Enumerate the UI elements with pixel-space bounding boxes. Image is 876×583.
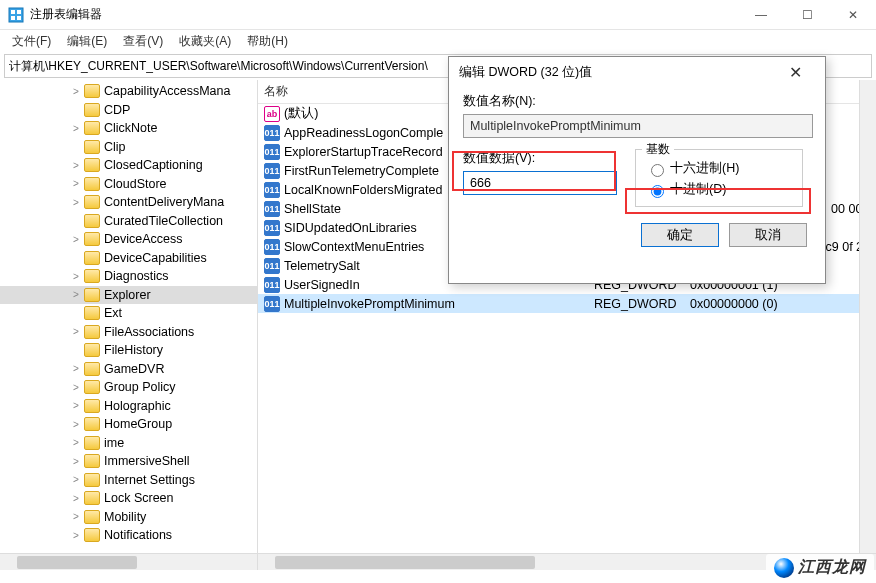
tree-item[interactable]: >GameDVR [0,360,257,379]
expander-icon[interactable]: > [70,289,82,300]
radix-hex-radio[interactable] [651,164,664,177]
expander-icon[interactable]: > [70,493,82,504]
folder-icon [84,269,100,283]
expander-icon[interactable]: > [70,530,82,541]
tree-item[interactable]: >FileAssociations [0,323,257,342]
menu-view[interactable]: 查看(V) [115,31,171,52]
folder-icon [84,306,100,320]
expander-icon[interactable]: > [70,400,82,411]
tree-item[interactable]: DeviceCapabilities [0,249,257,268]
dword-value-icon: 011 [264,239,280,255]
folder-icon [84,436,100,450]
tree-scrollbar-h[interactable] [0,553,257,570]
expander-icon[interactable]: > [70,160,82,171]
tree-item-label: HomeGroup [104,417,172,431]
tree-panel[interactable]: >CapabilityAccessManaCDP>ClickNoteClip>C… [0,80,258,570]
svg-rect-3 [11,16,15,20]
expander-icon[interactable]: > [70,382,82,393]
tree-item[interactable]: >HomeGroup [0,415,257,434]
svg-rect-4 [17,16,21,20]
tree-item-label: FileHistory [104,343,163,357]
watermark: 江西龙网 [766,554,874,581]
folder-icon [84,343,100,357]
folder-icon [84,454,100,468]
dword-value-icon: 011 [264,220,280,236]
tree-item[interactable]: >Group Policy [0,378,257,397]
maximize-button[interactable]: ☐ [784,0,830,30]
value-name-field[interactable] [463,114,813,138]
tree-item[interactable]: >Notifications [0,526,257,545]
close-button[interactable]: ✕ [830,0,876,30]
expander-icon[interactable]: > [70,363,82,374]
folder-icon [84,195,100,209]
folder-icon [84,473,100,487]
expander-icon[interactable]: > [70,511,82,522]
tree-item[interactable]: CuratedTileCollection [0,212,257,231]
radix-hex-option[interactable]: 十六进制(H) [646,160,792,177]
expander-icon[interactable]: > [70,456,82,467]
expander-icon[interactable]: > [70,419,82,430]
tree-item-label: Lock Screen [104,491,173,505]
tree-item[interactable]: >ContentDeliveryMana [0,193,257,212]
list-scrollbar-v[interactable] [859,80,876,553]
expander-icon[interactable]: > [70,474,82,485]
tree-item[interactable]: Clip [0,138,257,157]
folder-icon [84,362,100,376]
expander-icon[interactable]: > [70,86,82,97]
expander-icon[interactable]: > [70,326,82,337]
menu-favorites[interactable]: 收藏夹(A) [171,31,239,52]
menu-help[interactable]: 帮助(H) [239,31,296,52]
cell-name: MultipleInvokePromptMinimum [284,297,594,311]
folder-icon [84,158,100,172]
folder-icon [84,140,100,154]
titlebar: 注册表编辑器 — ☐ ✕ [0,0,876,30]
col-name-header[interactable]: 名称 [264,83,288,100]
expander-icon[interactable]: > [70,178,82,189]
dword-value-icon: 011 [264,163,280,179]
tree-item-label: CapabilityAccessMana [104,84,230,98]
dialog-close-button[interactable]: ✕ [775,63,815,82]
expander-icon[interactable]: > [70,271,82,282]
radix-dec-radio[interactable] [651,185,664,198]
tree-item[interactable]: >ime [0,434,257,453]
tree-item[interactable]: >Explorer [0,286,257,305]
list-row[interactable]: 011MultipleInvokePromptMinimumREG_DWORD0… [258,294,876,313]
radix-dec-option[interactable]: 十进制(D) [646,181,792,198]
tree-item[interactable]: >Holographic [0,397,257,416]
tree-item[interactable]: >ClosedCaptioning [0,156,257,175]
expander-icon[interactable]: > [70,437,82,448]
folder-icon [84,103,100,117]
tree-item[interactable]: CDP [0,101,257,120]
expander-icon[interactable]: > [70,197,82,208]
value-name-label: 数值名称(N): [463,93,811,110]
tree-item[interactable]: Ext [0,304,257,323]
expander-icon[interactable]: > [70,234,82,245]
dialog-titlebar: 编辑 DWORD (32 位)值 ✕ [449,57,825,87]
address-text: 计算机\HKEY_CURRENT_USER\Software\Microsoft… [9,58,428,75]
tree-item[interactable]: >DeviceAccess [0,230,257,249]
tree-item[interactable]: >ImmersiveShell [0,452,257,471]
tree-item-label: Notifications [104,528,172,542]
minimize-button[interactable]: — [738,0,784,30]
tree-item[interactable]: >Internet Settings [0,471,257,490]
tree-item[interactable]: >Mobility [0,508,257,527]
tree-item[interactable]: >ClickNote [0,119,257,138]
tree-item[interactable]: >CloudStore [0,175,257,194]
tree-item[interactable]: FileHistory [0,341,257,360]
tree-item[interactable]: >Lock Screen [0,489,257,508]
tree-item-label: FileAssociations [104,325,194,339]
menubar: 文件(F) 编辑(E) 查看(V) 收藏夹(A) 帮助(H) [0,30,876,52]
cancel-button[interactable]: 取消 [729,223,807,247]
tree-item-label: CuratedTileCollection [104,214,223,228]
ok-button[interactable]: 确定 [641,223,719,247]
folder-icon [84,491,100,505]
menu-file[interactable]: 文件(F) [4,31,59,52]
tree-item-label: Mobility [104,510,146,524]
menu-edit[interactable]: 编辑(E) [59,31,115,52]
tree-item[interactable]: >CapabilityAccessMana [0,82,257,101]
tree-item[interactable]: >Diagnostics [0,267,257,286]
expander-icon[interactable]: > [70,123,82,134]
folder-icon [84,121,100,135]
value-data-field[interactable] [463,171,617,195]
tree-item-label: Group Policy [104,380,176,394]
